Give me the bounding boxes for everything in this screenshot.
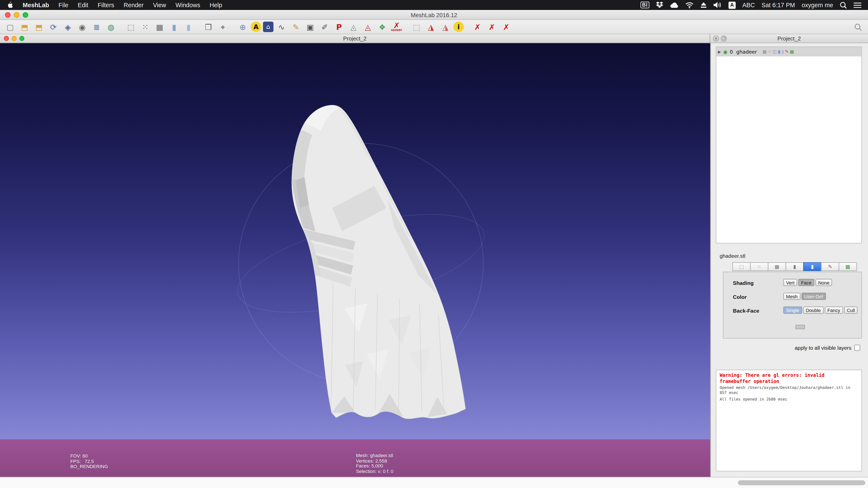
horizontal-scrollbar[interactable]	[0, 477, 868, 488]
dropbox-icon[interactable]	[656, 2, 663, 8]
delete-selected-vertices-icon[interactable]: ✗	[486, 21, 498, 33]
spotlight-search-icon[interactable]	[840, 1, 847, 9]
layers-panel-header[interactable]: ✕ ❐ Project_2	[710, 34, 868, 43]
save-project-icon[interactable]: ◈	[61, 21, 74, 33]
window-title-bar[interactable]: MeshLab 2016.12	[0, 10, 868, 20]
backface-double-button[interactable]: Double	[803, 306, 823, 314]
tab-wireframe[interactable]: ▦	[768, 262, 786, 271]
mesh-cut-icon[interactable]: ◬	[347, 21, 360, 33]
close-window-button[interactable]	[5, 12, 10, 18]
align-icon[interactable]: ❖	[376, 21, 389, 33]
userdef-color-swatch[interactable]	[796, 325, 805, 329]
new-project-icon[interactable]: ▢	[4, 21, 17, 33]
tab-color[interactable]: ✎	[821, 262, 839, 271]
expand-arrow-icon[interactable]: ▶	[718, 50, 721, 54]
wifi-icon[interactable]	[685, 2, 693, 8]
menu-help[interactable]: Help	[210, 2, 222, 8]
axis-icon[interactable]: ⌖	[216, 21, 229, 33]
toolbar-separator[interactable]	[119, 21, 123, 33]
open-project-icon[interactable]: ⬒	[18, 21, 31, 33]
text-annotation-icon[interactable]: A	[251, 22, 261, 32]
layer-flat-icon[interactable]: ▮	[778, 50, 780, 54]
zoom-subwindow-button[interactable]	[19, 36, 24, 41]
color-mesh-button[interactable]: Mesh	[783, 293, 800, 300]
layer-color-icon[interactable]: ✎	[785, 50, 789, 54]
apple-menu-icon[interactable]	[6, 1, 13, 9]
reload-icon[interactable]: ⟳	[47, 21, 60, 33]
minimize-subwindow-button[interactable]	[12, 36, 17, 41]
minimize-window-button[interactable]	[14, 12, 19, 18]
volume-icon[interactable]	[714, 2, 722, 8]
menu-filters[interactable]: Filters	[98, 2, 114, 8]
georef-icon[interactable]: ✗GEOREF	[390, 21, 403, 33]
float-panel-icon[interactable]: ❐	[721, 35, 727, 41]
layer-smooth-icon[interactable]: ▮	[781, 50, 784, 54]
toolbar-separator[interactable]	[405, 21, 409, 33]
delete-mesh-icon[interactable]: ✗	[500, 21, 513, 33]
bbox-render-icon[interactable]: ⬚	[125, 21, 137, 33]
3d-viewport[interactable]: FOV: 60FPS: 72.5BO_RENDERING Mesh: ghade…	[0, 43, 710, 477]
shading-none-button[interactable]: None	[815, 279, 832, 286]
shading-face-button[interactable]: Face	[798, 279, 814, 286]
layer-dialog-icon[interactable]: ≣	[90, 21, 103, 33]
menu-render[interactable]: Render	[124, 2, 144, 8]
tab-texture[interactable]: ▩	[839, 262, 857, 271]
layer-points-icon[interactable]: ⁙	[768, 50, 772, 54]
snapshot-icon[interactable]: ◉	[76, 21, 89, 33]
light-pen-icon[interactable]: ✎	[289, 21, 302, 33]
points-render-icon[interactable]: ⁙	[139, 21, 152, 33]
cloud-icon[interactable]	[670, 2, 679, 8]
shading-vert-button[interactable]: Vert	[783, 279, 797, 286]
backface-single-button[interactable]: Single	[783, 306, 802, 314]
delete-selected-faces-icon[interactable]: ✗	[471, 21, 484, 33]
tab-smooth[interactable]: ▮	[785, 262, 804, 271]
tab-bbox[interactable]: ⬚	[733, 262, 751, 271]
menu-view[interactable]: View	[153, 2, 166, 8]
toolbar-separator[interactable]	[231, 21, 235, 33]
tab-points[interactable]: ⁙	[750, 262, 768, 271]
select-vertices-icon[interactable]: ◮	[439, 21, 452, 33]
box-3d-icon[interactable]: ❒	[202, 21, 215, 33]
menu-edit[interactable]: Edit	[78, 2, 88, 8]
backface-fancy-button[interactable]: Fancy	[825, 306, 843, 314]
camera-icon[interactable]: ▣	[304, 21, 317, 33]
info-icon[interactable]: i	[453, 22, 464, 32]
status-badge-bi[interactable]: BI	[641, 2, 649, 8]
import-mesh-icon[interactable]: ⬒	[33, 21, 45, 33]
brush-icon[interactable]: ✐	[318, 21, 331, 33]
layer-bbox-icon[interactable]: ▦	[763, 50, 767, 54]
wireframe-render-icon[interactable]: ▦	[153, 21, 166, 33]
input-source-icon[interactable]: A	[728, 1, 736, 9]
toolbar-search-icon[interactable]	[851, 21, 864, 33]
eject-icon[interactable]	[700, 2, 707, 8]
zoom-window-button[interactable]	[23, 12, 28, 18]
flat-shading-icon[interactable]: ▮	[168, 21, 181, 33]
layer-texture-icon[interactable]: ▩	[790, 50, 794, 54]
smooth-shading-icon[interactable]: ▮	[182, 21, 195, 33]
trackball-icon[interactable]: ⊕	[236, 21, 249, 33]
mesh-measure-icon[interactable]: ◬	[362, 21, 374, 33]
close-subwindow-button[interactable]	[4, 36, 9, 41]
select-faces-icon[interactable]: ◮	[425, 21, 437, 33]
visibility-eye-icon[interactable]: ◉	[723, 49, 728, 55]
menu-windows[interactable]: Windows	[176, 2, 200, 8]
clock[interactable]: Sat 6:17 PM	[762, 2, 795, 8]
backface-cull-button[interactable]: Cull	[844, 306, 858, 314]
layer-row-ghadeer[interactable]: ▶ ◉ 0 ghadeer ▦⁙◫▮▮✎▩	[716, 47, 861, 56]
toolbar-separator[interactable]	[196, 21, 200, 33]
layer-wire-icon[interactable]: ◫	[773, 50, 777, 54]
select-rect-icon[interactable]: ⬚	[410, 21, 423, 33]
input-language-label[interactable]: ABC	[742, 2, 755, 8]
layer-list[interactable]: ▶ ◉ 0 ghadeer ▦⁙◫▮▮✎▩	[716, 46, 862, 243]
apply-checkbox[interactable]	[854, 345, 860, 351]
close-panel-icon[interactable]: ✕	[713, 35, 719, 41]
shader-icon[interactable]: ⌂	[263, 22, 274, 32]
raster-dialog-icon[interactable]: ◍	[105, 21, 117, 33]
user-menu[interactable]: oxygem me	[802, 2, 833, 8]
tab-flat[interactable]: ▮	[803, 262, 822, 271]
notification-center-icon[interactable]	[854, 2, 862, 8]
point-picker-icon[interactable]: P	[333, 21, 345, 33]
viewport-title-bar[interactable]: Project_2	[0, 34, 710, 43]
color-userdef-button[interactable]: User-Def	[802, 293, 826, 300]
scrollbar-thumb[interactable]	[738, 480, 865, 485]
